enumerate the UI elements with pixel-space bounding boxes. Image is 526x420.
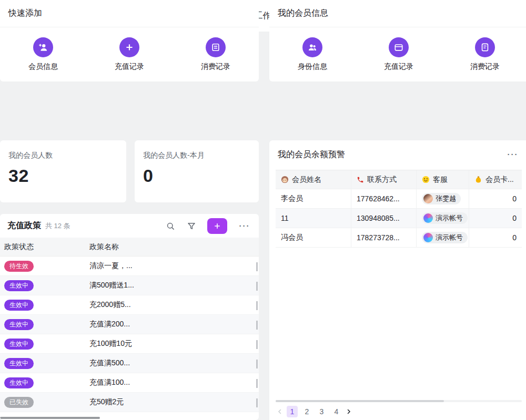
status-badge: 已失效	[4, 397, 34, 408]
shortcut-consumption-record[interactable]: 消费记录	[173, 27, 259, 81]
cell-member-name: 冯会员	[276, 228, 351, 247]
search-icon[interactable]	[165, 221, 176, 231]
status-badge: 生效中	[4, 280, 34, 291]
page-button-3[interactable]: 3	[316, 406, 327, 417]
document-icon	[475, 37, 495, 57]
shortcut-label: 身份信息	[298, 62, 327, 71]
cell-policy-name: 充2000赠5...	[85, 300, 259, 310]
cell-member-name: 11	[276, 209, 351, 228]
wallet-icon	[389, 37, 409, 57]
cell-status: 待生效	[0, 261, 85, 272]
page-button-4[interactable]: 4	[331, 406, 342, 417]
policy-row[interactable]: 生效中 满500赠送1...	[0, 276, 259, 295]
policy-row[interactable]: 生效中 充值满200...	[0, 315, 259, 334]
policy-row[interactable]: 生效中 充2000赠5...	[0, 295, 259, 315]
page-button-1[interactable]: 1	[287, 406, 298, 417]
column-header-contact: 联系方式	[351, 170, 417, 189]
column-label: 会员卡...	[485, 175, 514, 185]
quick-add-card: 快速添加 会员信息 充值记录	[0, 0, 259, 81]
cell-agent: 演示帐号	[417, 228, 469, 247]
cell-policy-name: 充值满200...	[85, 320, 259, 329]
recharge-policy-card: 充值政策 共 12 条 ··· 政策状态 政策名称 待生效 清凉一夏，... 生…	[0, 214, 259, 420]
status-badge: 生效中	[4, 339, 34, 350]
prev-page-icon[interactable]	[277, 408, 283, 415]
plus-icon	[119, 37, 139, 57]
vertical-scrollbar[interactable]	[256, 257, 258, 415]
column-label: 会员姓名	[292, 175, 321, 185]
shortcut-label: 消费记录	[470, 62, 500, 71]
phone-icon	[357, 176, 364, 183]
page-button-2[interactable]: 2	[301, 406, 312, 417]
stat-label: 我的会员人数-本月	[135, 140, 259, 160]
stat-value: 0	[135, 160, 259, 186]
stat-card-member-count: 我的会员人数 32	[0, 140, 126, 202]
more-icon[interactable]: ···	[506, 149, 520, 160]
balance-warning-card: 我的会员余额预警 ··· 会员姓名 联系方式 客服	[269, 140, 526, 420]
agent-name: 演示帐号	[436, 233, 463, 242]
horizontal-scrollbar[interactable]	[276, 400, 522, 402]
policy-row[interactable]: 生效中 充值满500...	[0, 354, 259, 373]
agent-chip: 张雯越	[422, 193, 461, 204]
quick-add-header: 快速添加	[0, 0, 259, 27]
shortcut-recharge-record[interactable]: 充值记录	[356, 27, 442, 81]
balance-warning-title: 我的会员余额预警	[278, 149, 345, 160]
agent-chip: 演示帐号	[422, 232, 468, 243]
cell-policy-name: 充50赠2元	[85, 397, 259, 407]
cell-balance: 0	[469, 209, 522, 228]
shortcut-consumption-record[interactable]: 消费记录	[442, 27, 526, 81]
recharge-policy-toolbar: 充值政策 共 12 条 ···	[0, 214, 259, 238]
status-badge: 生效中	[4, 319, 34, 330]
column-header-member-name: 会员姓名	[276, 170, 351, 189]
cell-balance: 0	[469, 189, 522, 208]
stat-value: 32	[0, 160, 126, 186]
my-member-info-shortcuts: 身份信息 充值记录 消费记录	[269, 27, 526, 81]
next-page-icon[interactable]	[346, 408, 352, 415]
horizontal-scrollbar-thumb[interactable]	[0, 417, 100, 419]
column-header-agent: 客服	[417, 170, 469, 189]
balance-warning-table: 会员姓名 联系方式 客服 会员卡... 李会员	[276, 170, 522, 248]
cell-status: 生效中	[0, 280, 85, 291]
table-row[interactable]: 11 130948085... 演示帐号 0	[276, 209, 522, 228]
balance-warning-header: 我的会员余额预警 ···	[269, 140, 526, 169]
cell-policy-name: 充值满100...	[85, 378, 259, 387]
agent-name: 张雯越	[436, 194, 456, 203]
shortcut-label: 会员信息	[28, 62, 58, 71]
agent-name: 演示帐号	[436, 213, 463, 223]
status-badge: 待生效	[4, 261, 34, 272]
my-member-info-card: 我的会员信息 身份信息 充值记录	[269, 0, 526, 81]
record-count: 共 12 条	[45, 221, 70, 231]
cell-contact: 177628462...	[351, 189, 417, 208]
cell-policy-name: 充100赠10元	[85, 339, 259, 349]
status-badge: 生效中	[4, 377, 34, 388]
shortcut-identity-info[interactable]: 身份信息	[269, 27, 356, 81]
column-header-balance: 会员卡...	[469, 170, 522, 189]
add-policy-button[interactable]	[207, 218, 227, 234]
people-icon	[302, 37, 322, 57]
recharge-policy-title: 充值政策	[7, 220, 41, 231]
table-row[interactable]: 李会员 177628462... 张雯越 0	[276, 189, 522, 209]
policy-row[interactable]: 已失效 充50赠2元	[0, 393, 259, 412]
cell-contact: 178273728...	[351, 228, 417, 247]
cell-status: 生效中	[0, 377, 85, 388]
status-badge: 生效中	[4, 300, 34, 311]
shortcut-recharge-record[interactable]: 充值记录	[86, 27, 173, 81]
filter-icon[interactable]	[186, 221, 197, 231]
table-header-row: 会员姓名 联系方式 客服 会员卡...	[276, 170, 522, 189]
cell-status: 生效中	[0, 319, 85, 330]
smiley-icon	[422, 176, 430, 183]
column-label: 联系方式	[367, 175, 397, 185]
table-row[interactable]: 冯会员 178273728... 演示帐号 0	[276, 228, 522, 248]
more-icon[interactable]: ···	[238, 220, 251, 232]
policy-row[interactable]: 待生效 清凉一夏，...	[0, 257, 259, 276]
shortcut-label: 充值记录	[384, 62, 413, 71]
my-member-info-title: 我的会员信息	[278, 8, 328, 19]
column-header-status: 政策状态	[0, 242, 85, 252]
policy-row[interactable]: 生效中 充100赠10元	[0, 334, 259, 354]
shortcut-label: 充值记录	[115, 62, 144, 71]
stat-card-member-count-month: 我的会员人数-本月 0	[135, 140, 259, 202]
shortcut-member-info[interactable]: 会员信息	[0, 27, 86, 81]
policy-row[interactable]: 生效中 充值满100...	[0, 373, 259, 393]
scrollbar-thumb[interactable]	[276, 400, 444, 402]
status-badge: 生效中	[4, 358, 34, 369]
receipt-icon	[206, 37, 226, 57]
